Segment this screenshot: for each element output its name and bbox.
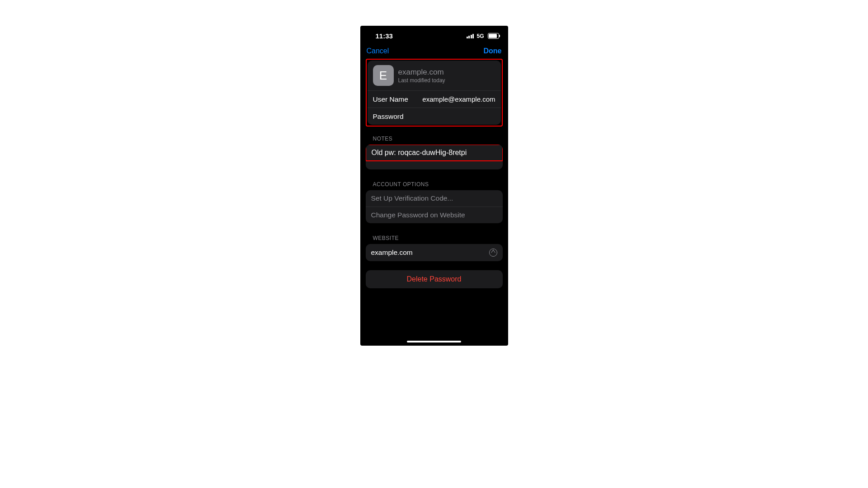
website-card: example.com xyxy=(366,244,503,261)
account-options-card: Set Up Verification Code... Change Passw… xyxy=(366,190,503,223)
account-options-header: ACCOUNT OPTIONS xyxy=(366,178,503,190)
delete-password-button[interactable]: Delete Password xyxy=(366,270,503,288)
status-right: 5G xyxy=(467,33,499,39)
phone-frame: 11:33 5G Cancel Done E example.com Last … xyxy=(360,26,508,346)
cancel-button[interactable]: Cancel xyxy=(367,47,389,55)
password-label: Password xyxy=(373,113,404,121)
done-button[interactable]: Done xyxy=(484,47,502,55)
battery-icon xyxy=(488,33,499,39)
home-indicator[interactable] xyxy=(407,341,461,343)
username-label: User Name xyxy=(373,95,408,103)
compass-icon[interactable] xyxy=(489,249,497,257)
username-value: example@example.com xyxy=(422,95,495,103)
cellular-signal-icon xyxy=(467,34,474,38)
website-value: example.com xyxy=(371,249,413,257)
notes-card[interactable]: Old pw: roqcac-duwHig-8retpi xyxy=(366,145,503,169)
username-row[interactable]: User Name example@example.com xyxy=(368,91,501,108)
notes-spacer xyxy=(366,161,503,169)
delete-card: Delete Password xyxy=(366,270,503,288)
nav-bar: Cancel Done xyxy=(360,42,508,59)
status-bar: 11:33 5G xyxy=(360,26,508,42)
site-title: example.com xyxy=(398,68,445,77)
credentials-card: E example.com Last modified today User N… xyxy=(368,61,501,125)
site-subtitle: Last modified today xyxy=(398,77,445,84)
password-row[interactable]: Password xyxy=(368,108,501,125)
credentials-highlight: E example.com Last modified today User N… xyxy=(366,59,503,127)
notes-header: NOTES xyxy=(366,133,503,145)
website-header: WEBSITE xyxy=(366,232,503,244)
site-header-row[interactable]: E example.com Last modified today xyxy=(368,61,501,91)
website-row[interactable]: example.com xyxy=(366,244,503,261)
setup-verification-code-button[interactable]: Set Up Verification Code... xyxy=(366,190,503,207)
notes-highlight: Old pw: roqcac-duwHig-8retpi xyxy=(366,145,503,161)
network-label: 5G xyxy=(476,33,484,39)
notes-text: Old pw: roqcac-duwHig-8retpi xyxy=(372,149,467,156)
status-time: 11:33 xyxy=(376,32,393,40)
change-password-on-website-button[interactable]: Change Password on Website xyxy=(366,207,503,223)
site-favicon: E xyxy=(373,65,394,86)
